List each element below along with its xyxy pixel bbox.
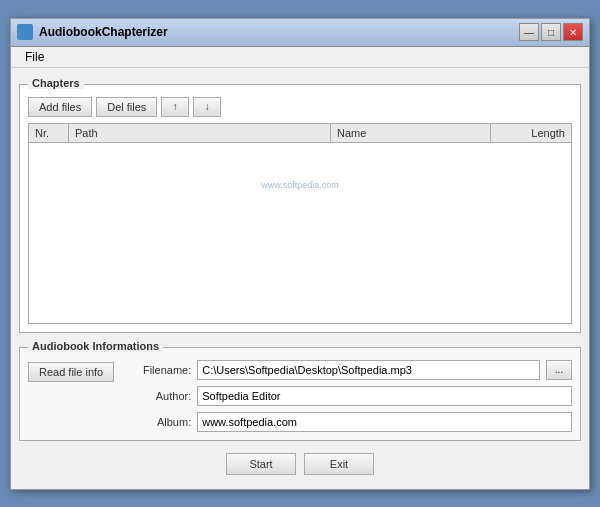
album-row: Album: — [126, 412, 572, 432]
start-button[interactable]: Start — [226, 453, 296, 475]
browse-button[interactable]: ... — [546, 360, 572, 380]
audiobook-info-label: Audiobook Informations — [28, 340, 163, 352]
col-path: Path — [69, 124, 331, 142]
fields-area: Filename: ... Author: Album: — [126, 360, 572, 432]
col-name: Name — [331, 124, 491, 142]
move-up-button[interactable]: ↑ — [161, 97, 189, 117]
author-row: Author: — [126, 386, 572, 406]
chapters-table: Nr. Path Name Length www.softpedia.com — [28, 123, 572, 324]
col-length: Length — [491, 124, 571, 142]
author-input[interactable] — [197, 386, 572, 406]
titlebar: AudiobookChapterizer — □ ✕ — [11, 19, 589, 47]
menubar: File — [11, 47, 589, 68]
table-body: www.softpedia.com — [29, 143, 571, 323]
window-title: AudiobookChapterizer — [39, 25, 168, 39]
titlebar-controls: — □ ✕ — [519, 23, 583, 41]
filename-input[interactable] — [197, 360, 540, 380]
read-btn-area: Read file info — [28, 360, 114, 382]
author-label: Author: — [126, 390, 191, 402]
exit-button[interactable]: Exit — [304, 453, 374, 475]
watermark: www.softpedia.com — [261, 180, 339, 190]
minimize-button[interactable]: — — [519, 23, 539, 41]
col-nr: Nr. — [29, 124, 69, 142]
titlebar-text: AudiobookChapterizer — [17, 24, 168, 40]
main-content: Chapters Add files Del files ↑ ↓ Nr. Pat… — [11, 68, 589, 489]
bottom-toolbar: Start Exit — [19, 449, 581, 481]
read-file-info-button[interactable]: Read file info — [28, 362, 114, 382]
del-files-button[interactable]: Del files — [96, 97, 157, 117]
maximize-button[interactable]: □ — [541, 23, 561, 41]
move-down-button[interactable]: ↓ — [193, 97, 221, 117]
close-button[interactable]: ✕ — [563, 23, 583, 41]
filename-label: Filename: — [126, 364, 191, 376]
info-content: Read file info Filename: ... Author: Alb… — [28, 360, 572, 432]
album-label: Album: — [126, 416, 191, 428]
file-menu[interactable]: File — [19, 48, 50, 66]
app-icon — [17, 24, 33, 40]
audiobook-info-section: Audiobook Informations Read file info Fi… — [19, 347, 581, 441]
chapters-toolbar: Add files Del files ↑ ↓ — [28, 97, 572, 117]
add-files-button[interactable]: Add files — [28, 97, 92, 117]
album-input[interactable] — [197, 412, 572, 432]
filename-row: Filename: ... — [126, 360, 572, 380]
chapters-label: Chapters — [28, 77, 84, 89]
chapters-section: Chapters Add files Del files ↑ ↓ Nr. Pat… — [19, 84, 581, 333]
table-header: Nr. Path Name Length — [29, 124, 571, 143]
main-window: AudiobookChapterizer — □ ✕ File Chapters… — [10, 18, 590, 490]
